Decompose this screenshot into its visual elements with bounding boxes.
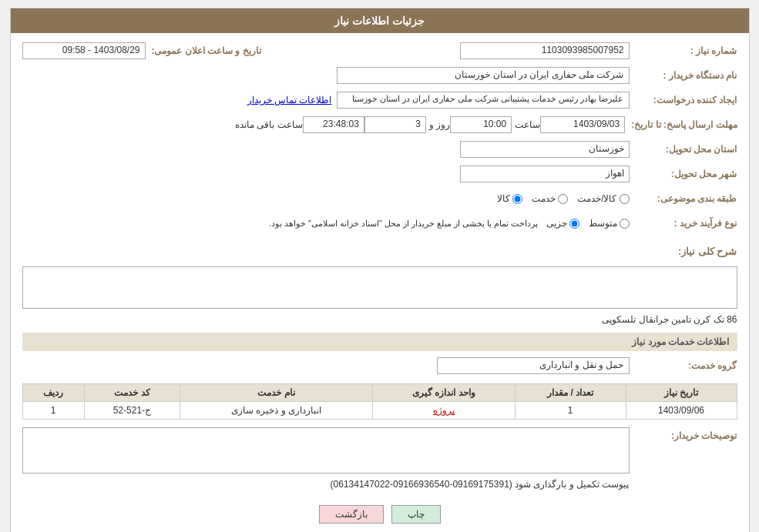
- category-label-khedmat: خدمت: [532, 193, 556, 204]
- col-quantity: تعداد / مقدار: [515, 384, 626, 402]
- buyer-org-value: شرکت ملی حفاری ایران در استان خوزستان: [337, 67, 630, 84]
- response-time-label: ساعت: [515, 119, 540, 130]
- main-container: جزئیات اطلاعات نیاز شماره نیاز : 1103093…: [10, 8, 750, 532]
- description-section-title: شرح کلی نیاز:: [678, 241, 737, 262]
- description-section-label-row: شرح کلی نیاز:: [22, 238, 737, 262]
- purchase-type-label: نوع فرآیند خرید :: [630, 218, 737, 229]
- col-unit: واحد اندازه گیری: [373, 384, 515, 402]
- services-table: تاریخ نیاز تعداد / مقدار واحد اندازه گیر…: [22, 383, 737, 420]
- services-section-header: اطلاعات خدمات مورد نیاز: [22, 333, 737, 351]
- need-number-row: شماره نیاز : 1103093985007952 تاریخ و سا…: [22, 41, 737, 61]
- category-label-kala: کالا: [497, 193, 510, 204]
- category-radio-group: کالا/خدمت خدمت کالا: [497, 193, 629, 204]
- contact-link[interactable]: اطلاعات تماس خریدار: [247, 95, 332, 105]
- city-row: شهر محل تحویل: اهواز: [22, 164, 737, 184]
- cell-date: 1403/09/06: [626, 402, 737, 420]
- purchase-type-jozii[interactable]: جزیی: [546, 218, 579, 229]
- purchase-type-radio-group: متوسط جزیی: [546, 218, 630, 229]
- city-value: اهواز: [460, 166, 630, 182]
- purchase-note: پرداخت تمام یا بخشی از مبلغ خریدار از مح…: [269, 219, 539, 229]
- cell-code: ج-521-52: [84, 402, 180, 420]
- need-number-value: 1103093985007952: [460, 42, 630, 59]
- cell-name: انبارداری و ذخیره سازی: [180, 402, 372, 420]
- creator-row: ایجاد کننده درخواست: علیرضا بهادر رئیس خ…: [22, 90, 737, 110]
- response-day-label: روز و: [429, 119, 450, 130]
- cell-unit[interactable]: پروژه: [373, 402, 515, 420]
- description-section: 86 تک کرن تامین جرانقال تلسکوپی: [22, 266, 737, 328]
- table-header-row: تاریخ نیاز تعداد / مقدار واحد اندازه گیر…: [22, 384, 737, 402]
- response-deadline-label: مهلت ارسال پاسخ: تا تاریخ:: [625, 119, 737, 130]
- print-button[interactable]: چاپ: [391, 505, 441, 524]
- creator-label: ایجاد کننده درخواست:: [630, 95, 737, 105]
- category-radio-khedmat[interactable]: [558, 194, 568, 204]
- services-table-section: تاریخ نیاز تعداد / مقدار واحد اندازه گیر…: [22, 383, 737, 420]
- category-radio-kala[interactable]: [512, 194, 522, 204]
- category-row: طبقه بندی موضوعی: کالا/خدمت خدمت کالا: [22, 189, 737, 209]
- province-label: استان محل تحویل:: [630, 144, 737, 155]
- page-header: جزئیات اطلاعات نیاز: [11, 8, 749, 33]
- purchase-label-motawaset: متوسط: [589, 218, 617, 229]
- buyer-note-text: پیوست تکمیل و بارگذاری شود (09169175391-…: [22, 476, 630, 493]
- page-title: جزئیات اطلاعات نیاز: [334, 15, 425, 27]
- creator-value: علیرضا بهادر رئیس خدمات پشتیبانی شرکت مل…: [337, 92, 630, 109]
- service-group-row: گروه خدمت: حمل و نقل و انبارداری: [22, 356, 737, 376]
- back-button[interactable]: بازگشت: [319, 505, 384, 524]
- content-area: شماره نیاز : 1103093985007952 تاریخ و سا…: [11, 33, 749, 532]
- city-label: شهر محل تحویل:: [630, 169, 737, 179]
- table-row: 1403/09/06 1 پروژه انبارداری و ذخیره ساز…: [22, 402, 737, 420]
- category-radio-kala-khedmat[interactable]: [620, 194, 630, 204]
- response-days-value: 3: [364, 116, 426, 133]
- response-time-value: 10:00: [450, 116, 512, 133]
- button-row: چاپ بازگشت: [22, 497, 737, 531]
- need-number-label: شماره نیاز :: [630, 45, 737, 56]
- col-row: ردیف: [22, 384, 84, 402]
- cell-quantity: 1: [515, 402, 626, 420]
- category-label-kala-khedmat: کالا/خدمت: [577, 193, 616, 204]
- purchase-radio-jozii[interactable]: [569, 219, 579, 229]
- category-label: طبقه بندی موضوعی:: [630, 193, 737, 204]
- province-value: خوزستان: [460, 141, 630, 158]
- category-option-kala-khedmat[interactable]: کالا/خدمت: [577, 193, 629, 204]
- description-area: 86 تک کرن تامین جرانقال تلسکوپی: [22, 266, 737, 328]
- buyer-org-label: نام دستگاه خریدار :: [630, 70, 737, 81]
- category-option-khedmat[interactable]: خدمت: [532, 193, 568, 204]
- description-textarea[interactable]: [22, 266, 737, 309]
- response-deadline-row: مهلت ارسال پاسخ: تا تاریخ: 1403/09/03 سا…: [22, 115, 737, 135]
- cell-row: 1: [22, 402, 84, 420]
- buyer-note-area: پیوست تکمیل و بارگذاری شود (09169175391-…: [22, 427, 630, 493]
- buyer-org-row: نام دستگاه خریدار : شرکت ملی حفاری ایران…: [22, 65, 737, 85]
- purchase-type-row: نوع فرآیند خرید : متوسط جزیی پرداخت تمام…: [22, 213, 737, 233]
- remaining-time-value: 23:48:03: [303, 116, 364, 133]
- purchase-label-jozii: جزیی: [546, 218, 567, 229]
- buyer-note-section: توصیحات خریدار: پیوست تکمیل و بارگذاری ش…: [22, 427, 737, 493]
- service-group-value: حمل و نقل و انبارداری: [437, 357, 630, 374]
- announce-value: 1403/08/29 - 09:58: [22, 42, 146, 59]
- purchase-radio-motawaset[interactable]: [620, 219, 630, 229]
- description-text-display: 86 تک کرن تامین جرانقال تلسکوپی: [22, 311, 737, 328]
- buyer-note-label: توصیحات خریدار:: [630, 427, 737, 441]
- announce-label: تاریخ و ساعت اعلان عمومی:: [146, 45, 261, 56]
- services-section-title: اطلاعات خدمات مورد نیاز: [632, 336, 729, 347]
- col-code: کد خدمت: [84, 384, 180, 402]
- service-group-label: گروه خدمت:: [630, 360, 737, 371]
- province-row: استان محل تحویل: خوزستان: [22, 139, 737, 159]
- remaining-label: ساعت باقی مانده: [235, 119, 303, 130]
- col-name: نام خدمت: [180, 384, 372, 402]
- col-date: تاریخ نیاز: [626, 384, 737, 402]
- buyer-note-textarea[interactable]: [22, 427, 630, 473]
- category-option-kala[interactable]: کالا: [497, 193, 522, 204]
- response-date-value: 1403/09/03: [540, 116, 625, 133]
- purchase-type-motawaset[interactable]: متوسط: [589, 218, 630, 229]
